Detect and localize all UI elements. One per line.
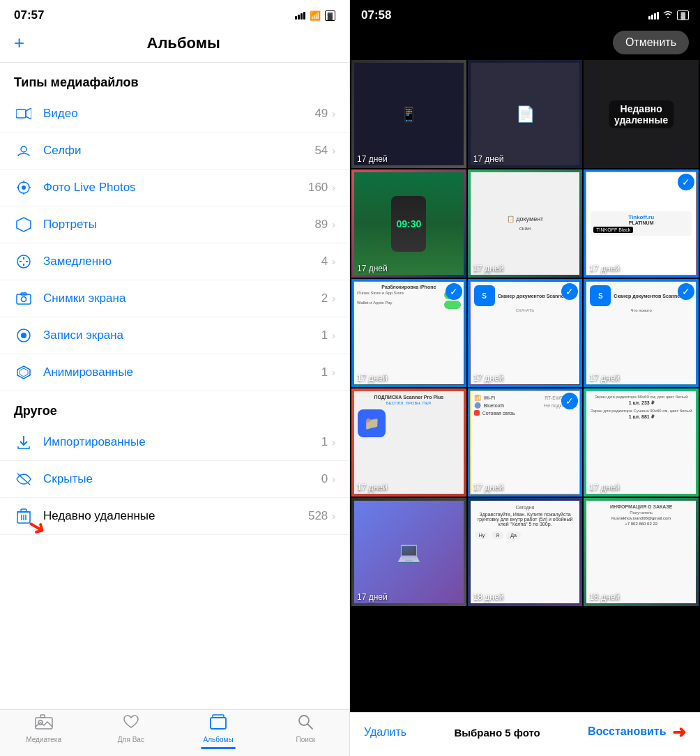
photo-days-p5: 17 дней (473, 264, 504, 273)
live-photos-label: Фото Live Photos (43, 181, 308, 195)
video-icon (14, 104, 33, 123)
portraits-chevron: › (332, 219, 335, 230)
grid-row-4: ПОДПИСКА Scanner Pro Plus БЕСПЛЛ. ПРОБН.… (351, 388, 699, 497)
tab-albums[interactable]: Альбомы (175, 714, 262, 749)
tab-search[interactable]: Поиск (262, 714, 349, 749)
tab-for-you[interactable]: Для Вас (87, 714, 174, 749)
grid-row-2: 09:30 17 дней 📋 документ скан 17 дней (351, 169, 699, 278)
photo-cell-p5[interactable]: 📋 документ скан 17 дней (468, 169, 583, 278)
animated-count: 1 (321, 365, 328, 379)
albums-header: + Альбомы (0, 28, 349, 63)
svg-line-35 (307, 724, 312, 729)
photo-cell-p9[interactable]: S Сканер документов Scanner Pro Что ново… (584, 279, 699, 387)
selfie-label: Селфи (43, 144, 314, 158)
hidden-label: Скрытые (43, 472, 321, 486)
svg-point-2 (21, 146, 26, 152)
delete-button[interactable]: Удалить (364, 726, 406, 739)
photo-content-p12: Экран для радиатора 60x60 см, для цвет б… (584, 388, 699, 497)
add-album-button[interactable]: + (14, 32, 24, 54)
photo-cell-p7[interactable]: Разблокировка iPhone iTunes Store и App … (351, 279, 466, 387)
svg-rect-25 (21, 509, 26, 512)
sidebar-item-recently-deleted[interactable]: Недавно удаленные ➜ 528 › (0, 498, 349, 535)
sidebar-item-slow-mo[interactable]: Замедленно 4 › (0, 243, 349, 280)
grid-row-1: 📱 17 дней 📄 17 дней Недавно удаленные (351, 60, 699, 168)
sidebar-item-animated[interactable]: Анимированные 1 › (0, 354, 349, 391)
status-bar-right: 07:58 ▓ (350, 0, 700, 28)
photo-content-p10: ПОДПИСКА Scanner Pro Plus БЕСПЛЛ. ПРОБН.… (351, 388, 466, 497)
screen-rec-chevron: › (332, 330, 335, 341)
photo-cell-p11[interactable]: 📶Wi-FiRT-EWEI-79 > 🔵BluetoothНе подключе… (468, 388, 583, 497)
svg-rect-33 (213, 715, 224, 718)
svg-marker-9 (17, 218, 31, 232)
photo-cell-p4[interactable]: 09:30 17 дней (351, 169, 466, 278)
photo-content-p1: 📱 (351, 60, 466, 168)
grid-row-5: 💻 17 дней Сегодня Здравствуйте, Иван. Ку… (351, 498, 699, 606)
photo-days-p6: 17 дней (589, 264, 620, 273)
photo-days-p13: 17 дней (357, 592, 388, 602)
sidebar-item-selfie[interactable]: Селфи 54 › (0, 133, 349, 169)
sidebar-item-imported[interactable]: Импортированные 1 › (0, 424, 349, 461)
section-header-media-types: Типы медиафайлов (0, 63, 349, 96)
photo-cell-p6[interactable]: Tinkoff.ru PLATINUM TINKOFF Black 17 дне… (584, 169, 699, 278)
cancel-button[interactable]: Отменить (613, 31, 689, 54)
slow-mo-count: 4 (321, 255, 328, 269)
photo-cell-p2[interactable]: 📄 17 дней (468, 60, 583, 168)
svg-rect-15 (17, 294, 31, 304)
sidebar-item-hidden[interactable]: Скрытые 0 › (0, 461, 349, 498)
photo-content-p13: 💻 (351, 498, 466, 606)
tab-bar: Медиатека Для Вас Альбомы Поиск (0, 709, 349, 756)
sidebar-item-live-photos[interactable]: Фото Live Photos 160 › (0, 169, 349, 206)
live-photos-chevron: › (332, 182, 335, 193)
screen-rec-label: Записи экрана (43, 328, 321, 342)
screenshots-icon (14, 289, 33, 308)
tab-library[interactable]: Медиатека (0, 714, 87, 749)
photo-cell-p1[interactable]: 📱 17 дней (351, 60, 466, 168)
sidebar-item-portraits[interactable]: Портреты 89 › (0, 206, 349, 243)
selfie-icon (14, 141, 33, 160)
recently-deleted-count: 528 (308, 509, 328, 523)
svg-point-10 (17, 255, 30, 268)
photo-cell-p15[interactable]: ИНФОРМАЦИЯ О ЗАКАЗЕ Получатель Kusnekhov… (584, 498, 699, 606)
restore-button[interactable]: Восстановить ➜ (588, 723, 686, 742)
photo-days-p11: 17 дней (473, 483, 504, 492)
signal-icon-left (295, 12, 305, 20)
sidebar-item-video[interactable]: Видео 49 › (0, 96, 349, 133)
photo-cell-p12[interactable]: Экран для радиатора 60x60 см, для цвет б… (584, 388, 699, 497)
photo-days-p7: 17 дней (357, 373, 388, 383)
albums-scroll-area: Типы медиафайлов Видео 49 › Селфи 54 › Ф… (0, 63, 349, 709)
photo-cell-p14[interactable]: Сегодня Здравствуйте, Иван. Купите пожал… (468, 498, 583, 606)
screen-rec-count: 1 (321, 328, 328, 342)
photo-days-p1: 17 дней (357, 154, 388, 164)
sidebar-item-screenshots[interactable]: Снимки экрана 2 › (0, 280, 349, 317)
photo-cell-p8[interactable]: S Сканер документов Scanner Pro СКАЧАТЬ … (468, 279, 583, 387)
signal-icon-right (648, 12, 659, 20)
photo-days-p2: 17 дней (473, 154, 504, 164)
photo-content-p2: 📄 (468, 60, 583, 168)
recently-deleted-chevron: › (332, 511, 335, 522)
hidden-count: 0 (321, 472, 328, 486)
photo-check-p6: ✓ (678, 174, 694, 190)
live-photos-icon (14, 178, 33, 197)
library-tab-icon (35, 714, 53, 734)
search-tab-icon (298, 714, 313, 734)
battery-icon-left: ▓ (325, 10, 335, 21)
svg-point-16 (22, 297, 26, 302)
screenshots-chevron: › (332, 293, 335, 304)
imported-count: 1 (321, 435, 328, 449)
video-label: Видео (43, 107, 314, 121)
recently-deleted-label: Недавно удаленные (43, 509, 308, 523)
photo-cell-p10[interactable]: ПОДПИСКА Scanner Pro Plus БЕСПЛЛ. ПРОБН.… (351, 388, 466, 497)
albums-tab-icon (210, 714, 227, 734)
photo-days-p9: 17 дней (589, 373, 620, 383)
selected-count-label: Выбрано 5 фото (454, 727, 540, 739)
photo-content-p14: Сегодня Здравствуйте, Иван. Купите пожал… (468, 498, 583, 606)
status-time-left: 07:57 (14, 8, 44, 22)
photo-days-p4: 17 дней (357, 264, 388, 273)
sidebar-item-screen-rec[interactable]: Записи экрана 1 › (0, 317, 349, 354)
screenshots-count: 2 (321, 292, 328, 305)
status-time-right: 07:58 (361, 8, 391, 22)
photo-cell-p13[interactable]: 💻 17 дней (351, 498, 466, 606)
albums-tab-label: Альбомы (204, 736, 234, 743)
grid-row-3: Разблокировка iPhone iTunes Store и App … (351, 279, 699, 387)
wifi-icon-right (662, 10, 674, 21)
